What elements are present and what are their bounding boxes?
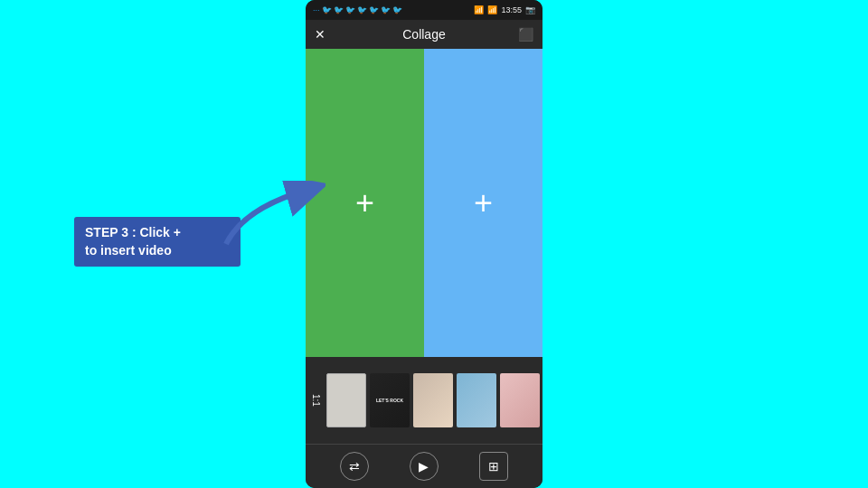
twitter-icon-1: ··· (313, 5, 320, 14)
battery-icon: 📷 (525, 5, 535, 14)
thumbnail-portrait-3[interactable] (500, 373, 540, 427)
twitter-icon-6: 🐦 (369, 5, 379, 14)
thumbnail-blank[interactable] (326, 373, 366, 427)
shuffle-button[interactable]: ⇄ (340, 452, 369, 481)
twitter-icon-4: 🐦 (345, 5, 355, 14)
row-label: 1:1 (311, 394, 321, 407)
gallery-thumbnails: 1:1 (306, 357, 542, 444)
collage-area: + + (306, 49, 542, 357)
callout-text-line1: STEP 3 : Click + (85, 225, 181, 239)
callout-box: STEP 3 : Click + to insert video (74, 217, 241, 267)
nav-bar: ✕ Collage ⬛ (306, 20, 542, 49)
wifi-icon: 📶 (474, 5, 484, 14)
collage-left-panel[interactable]: + (306, 49, 424, 357)
collage-right-panel[interactable]: + (424, 49, 542, 357)
camera-icon[interactable]: ⬛ (518, 27, 533, 42)
twitter-icon-7: 🐦 (381, 5, 391, 14)
thumbnail-portrait-2[interactable] (457, 373, 496, 427)
time-display: 13:55 (501, 5, 522, 14)
gallery-area: 1:1 ⇄ ▶ ⊞ (306, 357, 542, 488)
signal-icon: 📶 (487, 5, 497, 14)
left-plus-button[interactable]: + (355, 187, 374, 220)
status-bar-left: ··· 🐦 🐦 🐦 🐦 🐦 🐦 🐦 (313, 5, 402, 14)
twitter-icon-3: 🐦 (334, 5, 344, 14)
close-button[interactable]: ✕ (315, 27, 326, 42)
status-bar-right: 📶 📶 13:55 📷 (474, 5, 535, 14)
layout-button[interactable]: ⊞ (479, 452, 508, 481)
gallery-controls: ⇄ ▶ ⊞ (306, 444, 542, 488)
twitter-icons: ··· 🐦 🐦 🐦 🐦 🐦 🐦 🐦 (313, 5, 402, 14)
thumbnail-rock[interactable] (370, 373, 410, 427)
phone-frame: ··· 🐦 🐦 🐦 🐦 🐦 🐦 🐦 📶 📶 13:55 📷 ✕ Collage … (306, 0, 542, 488)
play-button[interactable]: ▶ (410, 452, 439, 481)
twitter-icon-2: 🐦 (322, 5, 332, 14)
right-plus-button[interactable]: + (474, 187, 493, 220)
status-bar: ··· 🐦 🐦 🐦 🐦 🐦 🐦 🐦 📶 📶 13:55 📷 (306, 0, 542, 20)
twitter-icon-5: 🐦 (357, 5, 367, 14)
twitter-icon-8: 🐦 (392, 5, 402, 14)
thumbnail-portrait-1[interactable] (413, 373, 453, 427)
callout-text-line2: to insert video (85, 243, 172, 258)
nav-title: Collage (402, 27, 445, 42)
